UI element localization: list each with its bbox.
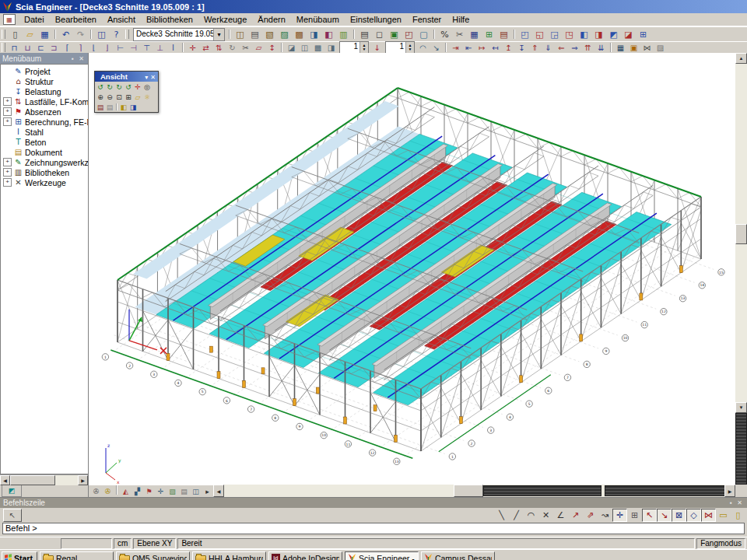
menu-item[interactable]: Menübaum [291, 14, 345, 25]
status-unit[interactable]: cm [114, 538, 132, 549]
open-folder-icon[interactable]: ▱ [23, 28, 37, 41]
tree-item-absenzen[interactable]: + ⚑ Absenzen [1, 107, 88, 117]
menu-item[interactable]: Hilfe [447, 14, 475, 25]
taskbar-item-om5[interactable]: OM5 Surveying [116, 551, 190, 560]
attachment-active-icon[interactable]: ✇ [102, 485, 114, 497]
node-down-icon[interactable]: ⇓ [542, 42, 555, 53]
undo-icon[interactable]: ↶ [58, 28, 73, 41]
menu-item[interactable]: Ändern [252, 14, 290, 25]
menu-item[interactable]: Bibliotheken [141, 14, 198, 25]
model-viewport[interactable]: 12345678910111213123456789101112131415zy… [89, 53, 747, 497]
toolbar-grip[interactable] [2, 43, 5, 52]
close-icon[interactable] [735, 499, 744, 507]
zoom-in-icon[interactable]: ⊕ [96, 93, 105, 102]
beam-down-icon[interactable]: ↧ [515, 42, 528, 53]
snap-edge-icon[interactable]: ↘ [657, 509, 672, 522]
copy-v-icon[interactable]: ⇅ [212, 42, 226, 53]
hatch-icon[interactable]: ▨ [654, 42, 667, 53]
close-icon[interactable] [77, 54, 86, 63]
tree-item-lastfaelle[interactable]: + ⇅ Lastfälle, LF-Kombinationen [1, 96, 88, 107]
scrollbar-thumb[interactable] [735, 224, 747, 244]
view-mode-4-icon[interactable]: ◳ [562, 28, 577, 41]
scrollbar-thumb[interactable] [10, 475, 55, 485]
profile-rf-icon[interactable]: ⌋ [100, 42, 114, 53]
tree-expander-icon[interactable]: + [3, 158, 12, 166]
light-bulb-icon[interactable]: ☼ [142, 93, 152, 102]
wireframe-view-icon[interactable]: ◧ [119, 103, 128, 112]
gallery-icon[interactable]: ▧ [262, 28, 277, 41]
axes-small-icon[interactable]: ↘ [430, 42, 443, 53]
snap-node-icon[interactable]: ↖ [642, 509, 657, 522]
profile-rc-icon[interactable]: ⌉ [74, 42, 87, 53]
tree-expander-icon[interactable] [3, 148, 12, 156]
snap-arc-icon[interactable]: ◠ [524, 509, 538, 522]
window-icon[interactable]: ◫ [94, 28, 109, 41]
rotate-left-icon[interactable]: ↺ [96, 82, 105, 92]
clip-tool-icon[interactable]: ◫ [190, 485, 202, 497]
taskbar-item-indesign[interactable]: Id Adobe InDesign C... [268, 551, 342, 560]
attachment-icon[interactable]: ✇ [90, 485, 102, 497]
model-3d-view[interactable]: 12345678910111213123456789101112131415zy… [89, 53, 736, 485]
view-folder-icon[interactable]: ▱ [133, 93, 142, 102]
snap-off-icon[interactable]: ✕ [538, 509, 553, 522]
magnifier-icon[interactable]: ◎ [142, 82, 152, 92]
rotate-up-icon[interactable]: ↻ [114, 82, 124, 92]
stretch-icon[interactable]: ↕ [265, 42, 279, 53]
new-icon[interactable]: ▯ [8, 28, 23, 41]
export-icon[interactable]: ◰ [402, 28, 416, 41]
rotate-right-icon[interactable]: ↻ [105, 82, 114, 92]
grid-icon[interactable]: ⊞ [482, 28, 496, 41]
vertical-scrollbar[interactable] [735, 53, 747, 485]
beam-right-icon[interactable]: ↦ [475, 42, 489, 53]
toolbar-grip[interactable] [2, 30, 5, 39]
profile-lc-icon[interactable]: ⌈ [61, 42, 74, 53]
snap-angle-icon[interactable]: ∠ [553, 509, 568, 522]
rotate-icon[interactable]: ↻ [226, 42, 239, 53]
table-icon[interactable]: ▦ [467, 28, 482, 41]
copy-image-icon[interactable]: ▢ [416, 28, 431, 41]
befehlszeile-header[interactable]: Befehlszeile [0, 498, 747, 508]
profile-right-icon[interactable]: ⊐ [47, 42, 61, 53]
level-spinner[interactable]: 1 [385, 41, 415, 54]
snap-box-icon[interactable]: ▭ [716, 509, 731, 522]
profile-cup-icon[interactable]: ⊔ [21, 42, 34, 53]
print-view-icon[interactable]: ▤ [96, 103, 105, 112]
tree-item-struktur[interactable]: ⌂ Struktur [1, 76, 88, 86]
tree-item-werkzeuge[interactable]: + ✕ Werkzeuge [1, 177, 88, 187]
level-down-icon[interactable]: ↓ [370, 42, 384, 53]
taskbar-item-campus[interactable]: Campus Dessau m... [421, 551, 495, 560]
snap-parallel-icon[interactable]: ╱ [509, 509, 524, 522]
scroll-down-icon[interactable] [735, 402, 747, 413]
snap-magnet-icon[interactable]: ✛ [612, 509, 627, 522]
profile-lf-icon[interactable]: ⌊ [87, 42, 100, 53]
close-icon[interactable] [150, 72, 156, 81]
sidebar-horizontal-scrollbar[interactable] [0, 474, 88, 485]
scroll-right-icon[interactable] [724, 485, 735, 497]
profile-u-icon[interactable]: ⊓ [8, 42, 21, 53]
section-icon[interactable]: ◠ [416, 42, 430, 53]
beam-left-icon[interactable]: ↤ [489, 42, 502, 53]
profile-t-up-icon[interactable]: ⊥ [153, 42, 167, 53]
tree-item-zeichnungswerkzeuge[interactable]: + ✎ Zeichnungswerkzeuge [1, 157, 88, 167]
rotate-free-icon[interactable]: ↺ [124, 82, 133, 92]
profile-t-right-icon[interactable]: ⊣ [127, 42, 140, 53]
node-up-icon[interactable]: ⇑ [528, 42, 542, 53]
taskbar-item-hhla[interactable]: HHLA Hamburg 20... [192, 551, 266, 560]
toolbar-grip[interactable] [125, 30, 129, 39]
more-tool-icon[interactable]: ▸ [202, 485, 213, 497]
wizard-icon[interactable]: ▤ [247, 28, 262, 41]
menu-item[interactable]: Datei [19, 14, 50, 25]
align-up-icon[interactable]: ⇈ [581, 42, 594, 53]
pin-icon[interactable] [68, 54, 77, 63]
view-mode-2-icon[interactable]: ◱ [532, 28, 547, 41]
scroll-left-icon[interactable] [0, 475, 10, 485]
snap-surface-icon[interactable]: ⋈ [701, 509, 716, 522]
mdi-child-icon[interactable] [3, 14, 16, 25]
scroll-left-icon[interactable] [213, 485, 224, 497]
view-name-combo[interactable]: Decke3 Schnitte 19.05 [133, 28, 225, 41]
horizontal-scrollbar[interactable] [213, 485, 735, 497]
profile-t-icon[interactable]: ⊤ [140, 42, 153, 53]
zoom-percent-icon[interactable]: % [437, 28, 452, 41]
view-mode-7-icon[interactable]: ◩ [606, 28, 621, 41]
ansicht-palette[interactable]: Ansicht ↺↻↻↺✛◎ ⊕⊖⊡⊞▱☼ ▤▤◧◨ [94, 71, 159, 113]
